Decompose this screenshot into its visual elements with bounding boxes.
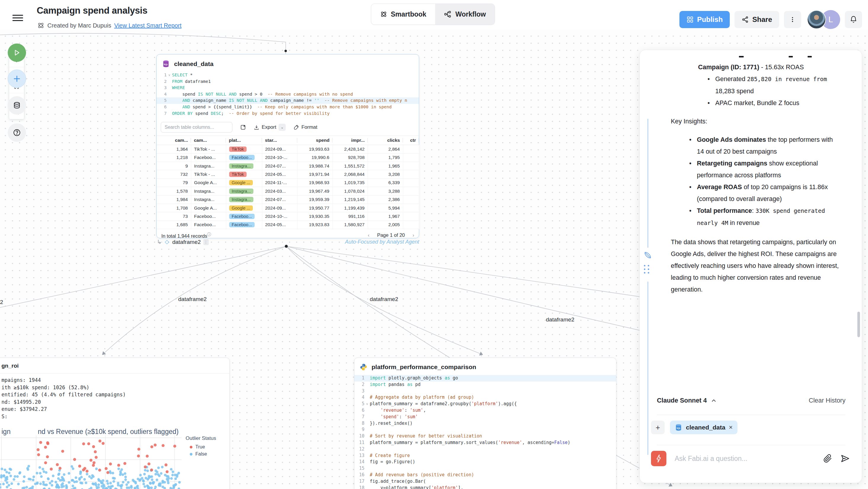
column-header[interactable]: clicks	[368, 136, 403, 145]
table-cell: 3,288	[368, 187, 403, 195]
column-header[interactable]: impr...	[333, 136, 368, 145]
code-line[interactable]: 4 spend IS NOT NULL AND spend > 0 -- Rem…	[157, 91, 419, 98]
menu-icon[interactable]	[12, 13, 23, 21]
context-chip-cleaned-data[interactable]: SQL cleaned_data ×	[670, 421, 738, 434]
column-header[interactable]: cam...	[191, 136, 226, 145]
chat-scroll-area[interactable]: Campaign (ID: 1771) - 15.63x ROAS Genera…	[640, 50, 858, 400]
data-sources-button[interactable]	[8, 96, 26, 115]
chat-question-input[interactable]	[675, 455, 815, 463]
code-line[interactable]: 13# Create figure	[354, 453, 616, 459]
notifications-button[interactable]	[845, 11, 862, 28]
table-row[interactable]: 1,685Faceboo...Faceboo...2024-05...19,92…	[157, 220, 419, 229]
attach-file-icon[interactable]	[823, 454, 832, 463]
code-line[interactable]: 5vplatform_summary = dataframe2.groupby(…	[354, 401, 616, 407]
column-header[interactable]: ctr	[403, 136, 419, 145]
avatar-user[interactable]	[807, 10, 826, 29]
fabi-thread-icon[interactable]	[643, 251, 652, 259]
python-code-editor[interactable]: 1import plotly.graph_objects as go2impor…	[354, 373, 616, 489]
code-line[interactable]: 5 AND campaign_name IS NOT NULL AND camp…	[157, 97, 419, 104]
table-cell: 2,864	[368, 145, 403, 153]
view-toggle: Smartbook Workflow	[371, 4, 495, 25]
code-line[interactable]: 3WHERE	[157, 85, 419, 91]
chevron-up-icon	[711, 398, 717, 404]
drag-handle[interactable]	[644, 265, 650, 274]
tab-smartbook[interactable]: Smartbook	[371, 4, 435, 25]
table-row[interactable]: 1,218Faceboo...Faceboo...2024-10-...19,9…	[157, 153, 419, 162]
code-line[interactable]: 12	[354, 446, 616, 453]
table-cell: 732	[157, 170, 191, 179]
legend-item[interactable]: True	[190, 444, 216, 450]
platform-badge: TikTok	[229, 147, 247, 152]
code-line[interactable]: 6 AND spend > {{spend_limit}} -- Keep on…	[157, 104, 419, 111]
table-row[interactable]: 1,364TikTok - ...TikTok2024-09...19,993.…	[157, 145, 419, 153]
send-message-icon[interactable]	[840, 454, 850, 463]
sql-code-editor[interactable]: 1vSELECT *2FROM dataframe13WHERE4 spend …	[157, 70, 419, 120]
column-header[interactable]: cam...	[157, 136, 191, 145]
table-cell: 73	[157, 212, 191, 220]
code-line[interactable]: 1import plotly.graph_objects as go	[354, 375, 616, 381]
code-line[interactable]: 18 y=platform_summary['platform'],	[354, 485, 616, 489]
next-page-button[interactable]: ›	[413, 232, 414, 238]
code-line[interactable]: 2import pandas as pd	[354, 381, 616, 388]
code-line[interactable]: 6 'revenue': 'sum',	[354, 407, 616, 414]
code-line[interactable]: 4# Aggregate data by platform (ad group)	[354, 394, 616, 401]
table-row[interactable]: 79Google A...Google ...2024-11-...19,968…	[157, 179, 419, 187]
add-node-button[interactable]	[8, 69, 26, 88]
column-header[interactable]: plat...	[226, 136, 262, 145]
code-line[interactable]: 1vSELECT *	[157, 72, 419, 79]
key-insights-label: Key Insights:	[671, 116, 841, 127]
column-header[interactable]: star...	[262, 136, 297, 145]
download-icon	[254, 125, 259, 130]
table-cell: 19,967.49	[297, 187, 333, 195]
table-row[interactable]: 732TikTok - ...TikTok2024-05...19,971.94…	[157, 170, 419, 179]
table-row[interactable]: 1,578Instagra...Instagra...2024-03...19,…	[157, 187, 419, 195]
expand-table-button[interactable]	[240, 124, 246, 130]
prev-page-button[interactable]: ‹	[368, 232, 369, 238]
tab-workflow[interactable]: Workflow	[435, 4, 495, 25]
sql-node-cleaned-data[interactable]: SQL cleaned_data 1vSELECT *2FROM datafra…	[156, 54, 419, 238]
format-button[interactable]: Format	[293, 124, 317, 130]
add-context-button[interactable]: +	[651, 421, 664, 434]
table-row[interactable]: 73Faceboo...Faceboo...2024-10-...19,930.…	[157, 212, 419, 220]
search-table-columns-input[interactable]	[161, 122, 232, 132]
code-line[interactable]: 2FROM dataframe1	[157, 79, 419, 85]
results-table[interactable]: cam...cam...plat...star...spendimpr...cl…	[157, 135, 419, 229]
publish-button[interactable]: Publish	[679, 11, 730, 28]
share-button[interactable]: Share	[735, 11, 779, 28]
table-cell: Faceboo...	[226, 153, 262, 162]
code-line[interactable]: 15	[354, 465, 616, 472]
remove-context-icon[interactable]: ×	[729, 424, 733, 431]
chat-scrollbar[interactable]	[857, 312, 860, 337]
python-node-platform-performance[interactable]: platform_performance_comparison 1import …	[354, 358, 616, 489]
code-line[interactable]: 9	[354, 427, 616, 433]
page-indicator: Page 1 of 20	[377, 232, 405, 238]
table-cell: 19,930.35	[297, 212, 333, 220]
table-cell: 2024-09...	[262, 145, 297, 153]
table-cell: TikTok	[226, 170, 262, 179]
export-options-chevron[interactable]: ⌄	[279, 124, 286, 131]
roi-node-campaign-roi[interactable]: gn_roi mpaigns: 1944ith ≥$10k spend: 102…	[0, 358, 230, 489]
code-line[interactable]: 16# Add revenue bars (positive direction…	[354, 472, 616, 478]
code-line[interactable]: 17fig.add_trace(go.Bar(	[354, 478, 616, 485]
code-line[interactable]: 3	[354, 388, 616, 395]
code-line[interactable]: 7 'spend': 'sum'	[354, 414, 616, 420]
clear-history-button[interactable]: Clear History	[809, 397, 845, 404]
table-cell: 1,708	[157, 204, 191, 212]
table-row[interactable]: 1,708Google A...Google ...2024-09...19,9…	[157, 204, 419, 212]
view-latest-smart-report-link[interactable]: View Latest Smart Report	[114, 22, 182, 29]
more-options-button[interactable]	[784, 11, 801, 28]
table-row[interactable]: 1,984Instagra...Instagra...2024-07...19,…	[157, 195, 419, 204]
export-button[interactable]: Export ⌄	[254, 124, 286, 131]
table-row[interactable]: 9Instagra...Instagra...2024-07...19,988.…	[157, 162, 419, 170]
code-line[interactable]: 7ORDER BY spend DESC; -- Order by spend …	[157, 111, 419, 117]
help-button[interactable]	[8, 123, 26, 142]
legend-item[interactable]: False	[190, 451, 216, 457]
code-line[interactable]: 10# Sort by revenue for better visualiza…	[354, 433, 616, 439]
model-selector[interactable]: Claude Sonnet 4	[657, 397, 717, 404]
run-workflow-button[interactable]	[8, 43, 26, 62]
code-line[interactable]: 14fig = go.Figure()	[354, 459, 616, 465]
table-cell: TikTok - ...	[191, 170, 226, 179]
code-line[interactable]: 11platform_summary = platform_summary.so…	[354, 439, 616, 446]
column-header[interactable]: spend	[297, 136, 333, 145]
code-line[interactable]: 8}).reset_index()	[354, 420, 616, 427]
